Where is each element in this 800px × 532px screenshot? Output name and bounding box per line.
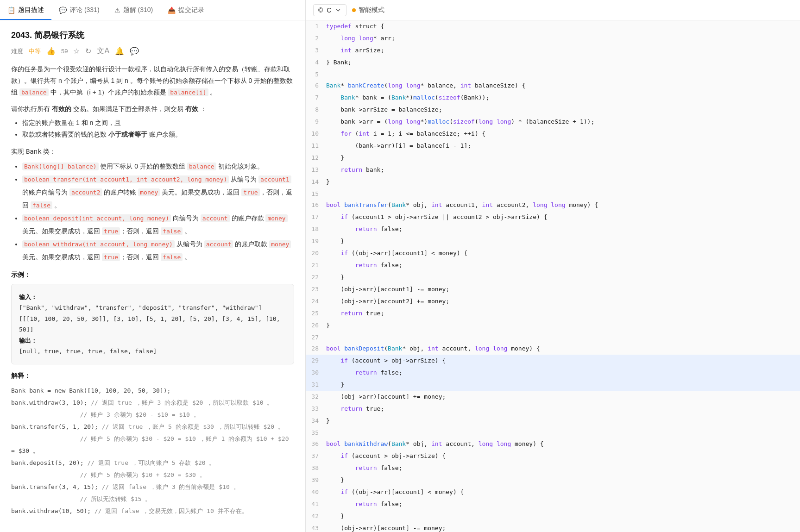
example-box: 输入： ["Bank", "withdraw", "transfer", "de…	[11, 284, 294, 364]
share-icon[interactable]: 💬	[130, 47, 139, 56]
line-number: 36	[306, 438, 326, 450]
line-number: 19	[306, 235, 326, 247]
line-content: bool bankWithdraw(Bank* obj, int account…	[326, 438, 800, 450]
problem-icon: 📋	[7, 6, 15, 14]
difficulty-row: 难度 中等 👍 59 ☆ ↻ 文A 🔔 💬	[11, 46, 294, 56]
line-number: 11	[306, 140, 326, 152]
code-line: 2 long long* arr;	[306, 32, 800, 44]
code-line: 34}	[306, 415, 800, 427]
language-selector[interactable]: © C	[313, 4, 346, 16]
code-line: 4} Bank;	[306, 56, 800, 69]
code-line: 26}	[306, 319, 800, 332]
valid-condition-2: 取款或者转账需要的钱的总数 小于或者等于 账户余额。	[22, 129, 294, 140]
main-content: 2043. 简易银行系统 难度 中等 👍 59 ☆ ↻ 文A 🔔 💬 你的任务是…	[0, 20, 800, 532]
smart-mode-label: 智能模式	[359, 6, 384, 14]
line-content	[326, 69, 800, 80]
impl-method-transfer: boolean transfer(int account1, int accou…	[22, 173, 294, 212]
tab-problem[interactable]: 📋 题目描述	[0, 1, 51, 20]
line-number: 30	[306, 367, 326, 379]
tab-submissions[interactable]: 📤 提交记录	[160, 1, 212, 20]
code-line: 42 }	[306, 510, 800, 522]
line-number: 33	[306, 403, 326, 415]
line-content: return false;	[326, 367, 800, 379]
line-number: 28	[306, 343, 326, 355]
like-count: 59	[61, 48, 68, 55]
impl-methods-list: Bank(long[] balance) 使用下标从 0 开始的整数数组 bal…	[11, 160, 294, 263]
code-line: 5	[306, 69, 800, 80]
line-content	[326, 332, 800, 343]
bell-icon[interactable]: 🔔	[115, 47, 124, 56]
code-line: 16bool bankTransfer(Bank* obj, int accou…	[306, 199, 800, 211]
tab-comments[interactable]: 💬 评论 (331)	[51, 1, 107, 20]
code-line: 3 int arrSize;	[306, 44, 800, 56]
code-line: 29 if (account > obj->arrSize) {	[306, 355, 800, 367]
line-content: bank->arr = (long long*)malloc(sizeof(lo…	[326, 116, 800, 128]
line-number: 26	[306, 319, 326, 332]
line-number: 3	[306, 44, 326, 56]
comments-icon: 💬	[59, 6, 67, 14]
code-line: 35	[306, 427, 800, 438]
tab-solutions[interactable]: ⚠ 题解 (310)	[107, 1, 161, 20]
code-line: 11 (bank->arr)[i] = balance[i - 1];	[306, 140, 800, 152]
smart-mode: 智能模式	[352, 6, 384, 14]
line-number: 42	[306, 510, 326, 522]
line-number: 39	[306, 474, 326, 486]
code-line: 28bool bankDeposit(Bank* obj, int accoun…	[306, 343, 800, 355]
line-number: 18	[306, 223, 326, 235]
line-content: return true;	[326, 403, 800, 415]
line-content: if ((obj->arr)[account1] < money) {	[326, 247, 800, 259]
output-label: 输出：	[19, 337, 37, 344]
code-line: 40 if ((obj->arr)[account] < money) {	[306, 486, 800, 498]
line-content: for (int i = 1; i <= balanceSize; ++i) {	[326, 128, 800, 140]
line-content	[326, 188, 800, 199]
line-content: }	[326, 474, 800, 486]
line-number: 38	[306, 462, 326, 474]
line-content: return false;	[326, 259, 800, 271]
code-line: 38 return false;	[306, 462, 800, 474]
valid-intro: 请你执行所有 有效的 交易。如果满足下面全部条件，则交易 有效 ：	[11, 105, 294, 113]
code-line: 19 }	[306, 235, 800, 247]
explain-title: 解释：	[11, 372, 294, 380]
code-line: 30 return false;	[306, 367, 800, 379]
code-line: 39 }	[306, 474, 800, 486]
code-line: 25 return true;	[306, 307, 800, 319]
line-number: 22	[306, 271, 326, 283]
refresh-icon[interactable]: ↻	[85, 47, 91, 56]
line-number: 34	[306, 415, 326, 427]
line-number: 10	[306, 128, 326, 140]
line-number: 5	[306, 69, 326, 80]
code-line: 6Bank* bankCreate(long long* balance, in…	[306, 80, 800, 92]
line-content: }	[326, 176, 800, 188]
impl-method-deposit: boolean deposit(int account, long money)…	[22, 212, 294, 238]
translate-icon[interactable]: 文A	[97, 46, 109, 56]
impl-method-bank: Bank(long[] balance) 使用下标从 0 开始的整数数组 bal…	[22, 160, 294, 173]
line-number: 32	[306, 391, 326, 403]
solutions-icon: ⚠	[114, 6, 120, 14]
line-content: return false;	[326, 498, 800, 510]
line-number: 21	[306, 259, 326, 271]
line-number: 8	[306, 104, 326, 116]
line-number: 29	[306, 355, 326, 367]
impl-intro: 实现 Bank 类：	[11, 148, 294, 156]
line-content: }	[326, 415, 800, 427]
line-number: 20	[306, 247, 326, 259]
code-line: 7 Bank* bank = (Bank*)malloc(sizeof(Bank…	[306, 92, 800, 104]
input-value-1: ["Bank", "withdraw", "transfer", "deposi…	[19, 304, 262, 311]
line-number: 23	[306, 283, 326, 295]
line-content: (bank->arr)[i] = balance[i - 1];	[326, 140, 800, 152]
description-text: 你的任务是为一个很受欢迎的银行设计一款程序，以自动化执行所有传入的交易（转账、存…	[11, 63, 294, 99]
line-content: }	[326, 235, 800, 247]
example-title: 示例：	[11, 271, 294, 279]
line-content: (obj->arr)[account1] -= money;	[326, 283, 800, 295]
like-icon[interactable]: 👍	[46, 47, 56, 56]
line-number: 9	[306, 116, 326, 128]
line-content: (obj->arr)[account] -= money;	[326, 522, 800, 532]
line-number: 17	[306, 211, 326, 223]
left-tabs: 📋 题目描述 💬 评论 (331) ⚠ 题解 (310) 📤 提交记录	[0, 0, 306, 20]
star-icon[interactable]: ☆	[73, 47, 80, 56]
line-number: 4	[306, 56, 326, 69]
line-number: 6	[306, 80, 326, 92]
impl-method-withdraw: boolean withdraw(int account, long money…	[22, 238, 294, 263]
code-line: 13 return bank;	[306, 164, 800, 176]
code-line: 32 (obj->arr)[account] += money;	[306, 391, 800, 403]
